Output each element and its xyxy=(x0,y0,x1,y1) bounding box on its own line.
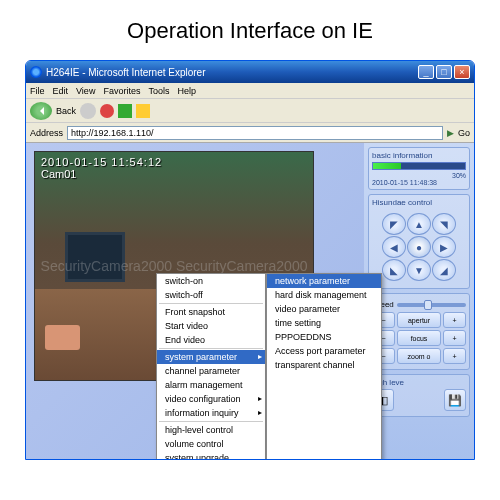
progress-bar xyxy=(372,162,466,170)
window-title: H264IE - Microsoft Internet Explorer xyxy=(46,67,206,78)
ptz-down-left[interactable]: ◣ xyxy=(382,259,406,281)
menu-tools[interactable]: Tools xyxy=(148,86,169,96)
osd-channel: Cam01 xyxy=(41,168,162,180)
minimize-button[interactable]: _ xyxy=(418,65,434,79)
go-label: Go xyxy=(458,128,470,138)
zoom-label: zoom o xyxy=(397,348,441,364)
address-bar: Address ▶ Go xyxy=(26,123,474,143)
focus-plus[interactable]: + xyxy=(443,330,466,346)
back-label: Back xyxy=(56,106,76,116)
high-level-panel: high leve ◧ 💾 xyxy=(368,374,470,417)
forward-button[interactable] xyxy=(80,103,96,119)
ptz-up[interactable]: ▲ xyxy=(407,213,431,235)
refresh-button[interactable] xyxy=(118,104,132,118)
ptz-center[interactable]: ● xyxy=(407,236,431,258)
video-osd: 2010-01-15 11:54:12 Cam01 xyxy=(41,156,162,180)
focus-label: focus xyxy=(397,330,441,346)
submenu-video-parameter[interactable]: video parameter xyxy=(267,302,381,316)
home-button[interactable] xyxy=(136,104,150,118)
menu-channel-parameter[interactable]: channel parameter xyxy=(157,364,265,378)
menu-front-snapshot[interactable]: Front snapshot xyxy=(157,305,265,319)
window-titlebar: H264IE - Microsoft Internet Explorer _ □… xyxy=(26,61,474,83)
info-title: basic information xyxy=(372,151,466,160)
browser-window: H264IE - Microsoft Internet Explorer _ □… xyxy=(25,60,475,460)
menu-view[interactable]: View xyxy=(76,86,95,96)
context-menu: switch-on switch-off Front snapshot Star… xyxy=(156,273,382,460)
save-button[interactable]: 💾 xyxy=(444,389,466,411)
video-area: 2010-01-15 11:54:12 Cam01 SecurityCamera… xyxy=(26,143,364,460)
info-time: 2010-01-15 11:48:38 xyxy=(372,179,466,186)
info-panel: basic information 30% 2010-01-15 11:48:3… xyxy=(368,147,470,190)
maximize-button[interactable]: □ xyxy=(436,65,452,79)
menu-system-parameter[interactable]: system parameter xyxy=(157,350,265,364)
submenu-access-port[interactable]: Access port parameter xyxy=(267,344,381,358)
ptz-up-left[interactable]: ◤ xyxy=(382,213,406,235)
zoom-plus[interactable]: + xyxy=(443,348,466,364)
submenu-time-setting[interactable]: time setting xyxy=(267,316,381,330)
menu-file[interactable]: File xyxy=(30,86,45,96)
menu-high-level-control[interactable]: high-level control xyxy=(157,423,265,437)
url-input[interactable] xyxy=(67,126,443,140)
ptz-down[interactable]: ▼ xyxy=(407,259,431,281)
close-button[interactable]: × xyxy=(454,65,470,79)
menu-favorites[interactable]: Favorites xyxy=(103,86,140,96)
aperture-label: apertur xyxy=(397,312,441,328)
progress-percent: 30% xyxy=(372,172,466,179)
submenu-hard-disk[interactable]: hard disk management xyxy=(267,288,381,302)
menu-video-configuration[interactable]: video configuration xyxy=(157,392,265,406)
go-button[interactable]: ▶ xyxy=(447,128,454,138)
menu-information-inquiry[interactable]: information inquiry xyxy=(157,406,265,420)
aperture-plus[interactable]: + xyxy=(443,312,466,328)
speed-panel: speed − apertur + − focus + − zoom o + xyxy=(368,293,470,370)
submenu-transparent-channel[interactable]: transparent channel xyxy=(267,358,381,372)
page-title: Operation Interface on IE xyxy=(0,0,500,56)
menu-end-video[interactable]: End video xyxy=(157,333,265,347)
submenu-pppoeddns[interactable]: PPPOEDDNS xyxy=(267,330,381,344)
ptz-down-right[interactable]: ◢ xyxy=(432,259,456,281)
toolbar: Back xyxy=(26,99,474,123)
menu-help[interactable]: Help xyxy=(177,86,196,96)
ptz-left[interactable]: ◀ xyxy=(382,236,406,258)
menu-start-video[interactable]: Start video xyxy=(157,319,265,333)
ie-icon xyxy=(30,66,42,78)
menu-edit[interactable]: Edit xyxy=(53,86,69,96)
high-level-label: high leve xyxy=(372,378,466,387)
ptz-title: Hisundae control xyxy=(372,198,466,207)
menu-system-upgrade[interactable]: system upgrade xyxy=(157,451,265,460)
menu-alarm-management[interactable]: alarm management xyxy=(157,378,265,392)
address-label: Address xyxy=(30,128,63,138)
menu-volume-control[interactable]: volume control xyxy=(157,437,265,451)
ptz-right[interactable]: ▶ xyxy=(432,236,456,258)
ptz-up-right[interactable]: ◥ xyxy=(432,213,456,235)
context-submenu: network parameter hard disk management v… xyxy=(266,273,382,460)
ptz-panel: Hisundae control ◤ ▲ ◥ ◀ ● ▶ ◣ ▼ ◢ xyxy=(368,194,470,289)
submenu-network-parameter[interactable]: network parameter xyxy=(267,274,381,288)
speed-slider[interactable] xyxy=(397,303,466,307)
back-button[interactable] xyxy=(30,102,52,120)
osd-timestamp: 2010-01-15 11:54:12 xyxy=(41,156,162,168)
menubar: File Edit View Favorites Tools Help xyxy=(26,83,474,99)
app-frame: 2010-01-15 11:54:12 Cam01 SecurityCamera… xyxy=(26,143,474,460)
menu-switch-off[interactable]: switch-off xyxy=(157,288,265,302)
stop-button[interactable] xyxy=(100,104,114,118)
menu-switch-on[interactable]: switch-on xyxy=(157,274,265,288)
context-menu-main: switch-on switch-off Front snapshot Star… xyxy=(156,273,266,460)
